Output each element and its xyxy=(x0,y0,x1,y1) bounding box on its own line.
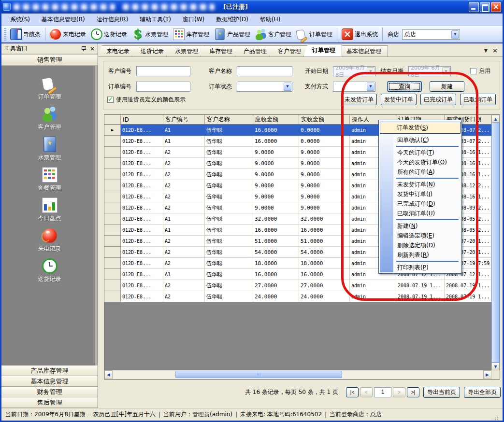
row-selector-cell[interactable] xyxy=(104,236,121,247)
sidebar-item[interactable]: 套餐管理 xyxy=(1,164,98,194)
row-selector-cell[interactable] xyxy=(104,180,121,191)
tab[interactable]: 产品管理 xyxy=(235,45,274,56)
row-selector-cell[interactable] xyxy=(104,269,121,280)
order-status-filter-button[interactable]: 已取消订单 xyxy=(460,94,496,105)
tab[interactable]: 送货记录 xyxy=(132,45,171,56)
horizontal-scrollbar-thumb[interactable] xyxy=(175,371,342,378)
order-status-filter-button[interactable]: 已完成订单 xyxy=(420,94,456,105)
last-page-button[interactable]: >| xyxy=(407,387,419,397)
toolbar-button[interactable]: 水票管理 xyxy=(130,28,171,41)
pin-icon[interactable] xyxy=(81,46,86,52)
order-status-filter-button[interactable]: 未发货订单 xyxy=(341,94,377,105)
sidebar-section-sales[interactable]: 销售管理 xyxy=(1,54,98,66)
row-selector-cell[interactable] xyxy=(104,280,121,291)
context-menu-item[interactable]: 今天的发货订单(O) xyxy=(380,157,461,167)
next-page-button[interactable]: > xyxy=(393,387,405,397)
menu-item[interactable]: 帮助(H) xyxy=(254,14,286,25)
sidebar-item[interactable]: 今日盘点 xyxy=(1,194,98,225)
sidebar-section-button[interactable]: 产品库存管理 xyxy=(1,366,98,376)
order-status-filter-button[interactable]: 发货中订单 xyxy=(381,94,417,105)
header-id[interactable]: ID xyxy=(121,115,163,125)
sidebar-section-button[interactable]: 售后管理 xyxy=(1,397,98,408)
row-selector-cell[interactable] xyxy=(104,291,121,302)
page-number-input[interactable] xyxy=(374,387,391,397)
header-customer-no[interactable]: 客户编号 xyxy=(163,115,205,125)
toolbar-button[interactable]: 送货记录 xyxy=(88,28,130,41)
toolbar-button[interactable]: 导航条 xyxy=(8,28,43,41)
scroll-right-icon[interactable]: ▶ xyxy=(483,370,491,379)
toolbar-button[interactable]: 客户管理 xyxy=(253,28,294,41)
row-selector-cell[interactable] xyxy=(104,136,121,147)
sidebar-item[interactable]: 订单管理 xyxy=(1,72,98,103)
row-selector-cell[interactable] xyxy=(104,147,121,158)
tab[interactable]: 基本信息管理 xyxy=(338,45,388,56)
row-selector-cell[interactable] xyxy=(104,213,121,225)
sidebar-item[interactable]: 送货记录 xyxy=(1,255,98,285)
header-receivable[interactable]: 应收金额 xyxy=(253,115,299,125)
context-menu-item[interactable]: 订单发货(S) xyxy=(380,122,461,134)
scroll-up-icon[interactable]: ▲ xyxy=(491,115,500,123)
title-bar[interactable]: [已注册] xyxy=(0,0,504,14)
row-selector-cell[interactable] xyxy=(104,158,121,169)
scroll-left-icon[interactable]: ◀ xyxy=(104,370,113,379)
customer-no-input[interactable] xyxy=(136,66,190,76)
row-selector-cell[interactable] xyxy=(104,191,121,202)
sidebar-item[interactable]: 水票管理 xyxy=(1,133,98,164)
table-row[interactable]: 012D-E8... A2 伍华聪 24.0000 24.0000 admin … xyxy=(104,291,491,302)
enable-checkbox[interactable] xyxy=(470,68,476,74)
row-selector-cell[interactable] xyxy=(104,225,121,236)
tab-list-dropdown-icon[interactable]: ▼ xyxy=(484,48,488,53)
prev-page-button[interactable]: < xyxy=(360,387,373,397)
scroll-down-icon[interactable]: ▼ xyxy=(491,363,500,370)
row-selector-cell[interactable] xyxy=(104,247,121,258)
sidebar-section-button[interactable]: 财务管理 xyxy=(1,387,98,397)
context-menu-item[interactable]: 打印列表(P) xyxy=(380,263,461,272)
end-date-picker[interactable]: 2009年 6月 8日 xyxy=(408,66,451,76)
context-menu-item[interactable]: 今天的订单(T) xyxy=(380,148,461,157)
menu-item[interactable]: 数据维护(D) xyxy=(210,14,254,25)
first-page-button[interactable]: |< xyxy=(346,387,359,397)
menu-item[interactable]: 辅助工具(T) xyxy=(134,14,177,25)
vertical-scrollbar[interactable]: ▲ ▼ xyxy=(491,115,500,379)
row-selector-cell[interactable] xyxy=(104,169,121,180)
row-selector-cell[interactable]: ▶ xyxy=(104,125,121,136)
context-menu-item[interactable]: 所有的订单(A) xyxy=(380,167,461,177)
context-menu-item[interactable]: 发货中订单(I) xyxy=(380,189,461,199)
context-menu-item[interactable]: 刷新列表(R) xyxy=(380,250,461,260)
new-button[interactable]: 新建 xyxy=(430,81,464,92)
export-current-page-button[interactable]: 导出当前页 xyxy=(423,387,460,398)
horizontal-scrollbar[interactable]: ◀ ▶ xyxy=(104,370,491,379)
pay-method-select[interactable] xyxy=(333,82,375,92)
row-selector-cell[interactable] xyxy=(104,258,121,269)
toolbar-button[interactable]: 订单管理 xyxy=(294,28,335,41)
sidebar-item[interactable]: 客户管理 xyxy=(1,103,98,133)
order-status-select[interactable] xyxy=(237,82,292,92)
chevron-down-icon[interactable] xyxy=(367,67,374,75)
header-customer-name[interactable]: 客户名称 xyxy=(205,115,253,125)
context-menu-item[interactable]: 编辑选定项(E) xyxy=(380,231,461,240)
maximize-button[interactable] xyxy=(480,2,490,12)
menu-item[interactable]: 运行信息(R) xyxy=(91,14,134,25)
sidebar-section-button[interactable]: 基本信息管理 xyxy=(1,376,98,387)
tab[interactable]: 来电记录 xyxy=(98,45,136,56)
toolbar-button[interactable]: 退出系统 xyxy=(339,28,380,41)
vertical-scrollbar-thumb[interactable] xyxy=(491,123,500,363)
shop-select[interactable]: 总店 xyxy=(402,29,460,40)
chevron-down-icon[interactable] xyxy=(367,83,374,91)
order-no-input[interactable] xyxy=(136,82,190,92)
start-date-picker[interactable]: 2009年 6月 8日 xyxy=(333,66,375,76)
toolbar-grip[interactable] xyxy=(4,28,6,41)
header-received[interactable]: 实收金额 xyxy=(299,115,350,125)
context-menu-item[interactable]: 已完成订单(D) xyxy=(380,199,461,209)
tab[interactable]: 订单管理 xyxy=(303,44,342,56)
context-menu-item[interactable]: 新建(N) xyxy=(380,221,461,231)
chevron-down-icon[interactable] xyxy=(284,83,291,91)
close-button[interactable] xyxy=(491,2,501,12)
delivery-color-checkbox[interactable] xyxy=(107,97,114,103)
menu-item[interactable]: 系统(S) xyxy=(4,14,36,25)
toolbar-button[interactable]: 产品管理 xyxy=(212,28,253,41)
tab-close-icon[interactable]: × xyxy=(492,47,498,54)
chevron-down-icon[interactable] xyxy=(451,30,459,39)
menu-item[interactable]: 基本信息管理(B) xyxy=(36,14,91,25)
context-menu-item[interactable]: 回单确认(C) xyxy=(380,135,461,145)
